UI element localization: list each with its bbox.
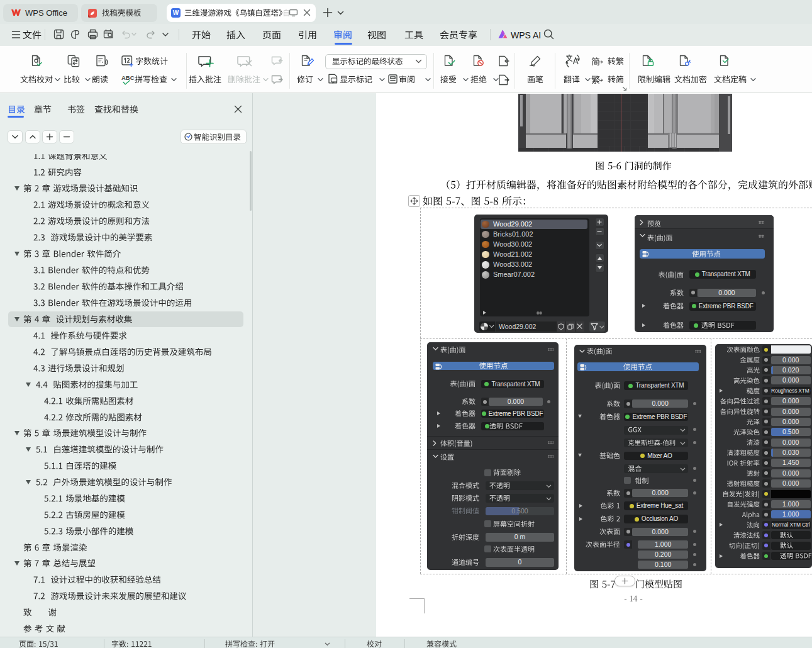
svg-text:W: W — [173, 9, 179, 16]
